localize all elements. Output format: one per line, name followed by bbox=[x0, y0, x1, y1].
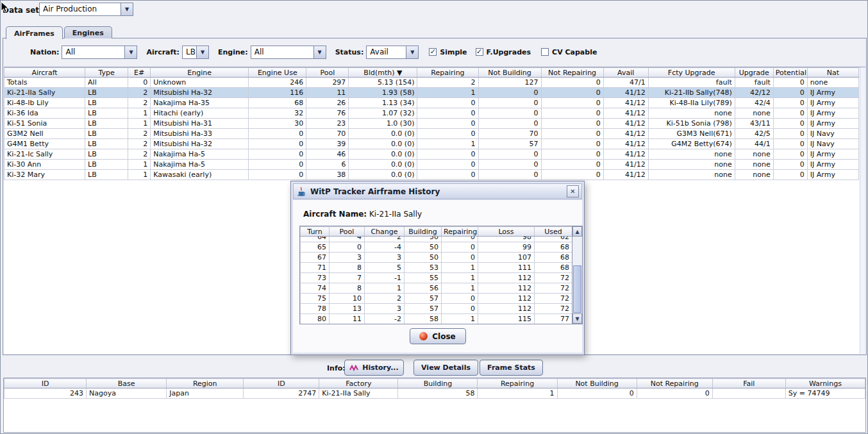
cell[interactable]: 41/12 bbox=[603, 108, 648, 119]
table-row[interactable]: 673350010768 bbox=[301, 253, 572, 263]
cell[interactable]: Ki-51 Sonia bbox=[4, 119, 85, 129]
cell[interactable]: Kawasaki (early) bbox=[151, 170, 249, 180]
cell[interactable]: LB bbox=[85, 170, 128, 180]
dialog-titlebar[interactable]: WitP Tracker Airframe History ✕ bbox=[293, 183, 582, 199]
cell[interactable]: 65 bbox=[301, 242, 330, 253]
cell[interactable]: 0 bbox=[773, 119, 807, 129]
column-header[interactable]: Engine bbox=[151, 68, 249, 78]
aircraft-select[interactable]: LB ▼ bbox=[182, 46, 209, 59]
cell[interactable]: 115 bbox=[478, 314, 535, 324]
cell[interactable]: 0 bbox=[478, 108, 541, 119]
cell[interactable]: 0 bbox=[417, 119, 478, 129]
cell[interactable]: 41/12 bbox=[603, 129, 648, 139]
cell[interactable]: 0.0 (0) bbox=[349, 139, 417, 149]
cell[interactable]: 58 bbox=[398, 388, 478, 399]
cell[interactable]: 1 bbox=[417, 139, 478, 149]
history-vertical-scrollbar[interactable]: ▲ ▼ bbox=[572, 226, 582, 324]
column-header[interactable]: Pool bbox=[306, 68, 349, 78]
column-header[interactable]: Not Repairing bbox=[637, 379, 712, 388]
column-header[interactable]: Building bbox=[398, 379, 478, 388]
tab-airframes[interactable]: AirFrames bbox=[6, 26, 63, 39]
cell[interactable]: 0 bbox=[637, 388, 712, 399]
cell[interactable]: 0 bbox=[773, 78, 807, 88]
cell[interactable]: 75 bbox=[301, 294, 330, 304]
cell[interactable]: 0 bbox=[417, 170, 478, 180]
cell[interactable]: G3M3 Nell(671) bbox=[648, 129, 735, 139]
cell[interactable]: 0 bbox=[249, 139, 306, 149]
column-header[interactable]: Building bbox=[405, 227, 442, 237]
cell[interactable]: 72 bbox=[535, 273, 572, 283]
cell[interactable]: Hitachi (early) bbox=[151, 108, 249, 119]
cell[interactable]: 3 bbox=[365, 304, 405, 314]
cell[interactable]: 68 bbox=[535, 242, 572, 253]
cell[interactable]: Ki-21-IIa Sally bbox=[319, 388, 398, 399]
cell[interactable]: 5 bbox=[365, 263, 405, 273]
cell[interactable]: 0 bbox=[541, 88, 603, 98]
cell[interactable]: -1 bbox=[365, 273, 405, 283]
cell[interactable]: All bbox=[85, 78, 128, 88]
table-row[interactable]: Ki-21-Ic SallyLB2Nakajima Ha-50460.0 (0)… bbox=[4, 149, 859, 160]
column-header[interactable]: ID bbox=[4, 379, 87, 388]
cell[interactable]: 0 bbox=[442, 294, 478, 304]
cell[interactable]: -2 bbox=[365, 314, 405, 324]
cell[interactable]: 1 bbox=[442, 273, 478, 283]
cell[interactable]: Nagoya bbox=[87, 388, 167, 399]
cell[interactable]: 11 bbox=[330, 314, 365, 324]
cell[interactable]: 11 bbox=[306, 88, 349, 98]
cell[interactable]: IJ Army bbox=[807, 119, 858, 129]
cell[interactable]: 1 bbox=[417, 88, 478, 98]
cell[interactable]: Ki-36 Ida bbox=[4, 108, 85, 119]
cell[interactable]: 3 bbox=[365, 253, 405, 263]
cell[interactable]: Mitsubishi Ha-31 bbox=[151, 119, 249, 129]
cell[interactable]: 0 bbox=[541, 170, 603, 180]
cell[interactable]: 38 bbox=[306, 170, 349, 180]
column-header[interactable]: E# bbox=[128, 68, 151, 78]
column-header[interactable]: Type bbox=[85, 68, 128, 78]
table-row[interactable]: 7510257011272 bbox=[301, 294, 572, 304]
cell[interactable]: 39 bbox=[306, 139, 349, 149]
cell[interactable]: 0 bbox=[249, 129, 306, 139]
cell[interactable]: 0 bbox=[442, 242, 478, 253]
cell[interactable]: 70 bbox=[478, 129, 541, 139]
table-row[interactable]: 748156111272 bbox=[301, 283, 572, 294]
scrollbar-thumb[interactable] bbox=[573, 265, 581, 313]
column-header[interactable]: Nat bbox=[807, 68, 858, 78]
column-header[interactable]: Fcty Upgrade bbox=[648, 68, 735, 78]
cell[interactable]: 0 bbox=[417, 160, 478, 170]
table-row[interactable]: 64425009862 bbox=[301, 237, 572, 242]
cell[interactable]: 111 bbox=[478, 263, 535, 273]
table-row[interactable]: TotalsAll0Unknown2462975.13 (154)2127047… bbox=[4, 78, 859, 88]
cell[interactable]: 1 bbox=[442, 283, 478, 294]
column-header[interactable]: Repairing bbox=[442, 227, 478, 237]
chevron-down-icon[interactable]: ▼ bbox=[406, 46, 418, 58]
table-row[interactable]: G4M1 BettyLB2Mitsubishi Ha-320390.0 (0)1… bbox=[4, 139, 859, 149]
cell[interactable]: 112 bbox=[478, 304, 535, 314]
cell[interactable]: Ki-21-IIa Sally bbox=[4, 88, 85, 98]
column-header[interactable]: Engine Use bbox=[249, 68, 306, 78]
cell[interactable]: 1 bbox=[128, 108, 151, 119]
cell[interactable]: 0 bbox=[249, 149, 306, 160]
cell[interactable]: 62 bbox=[535, 237, 572, 242]
cell[interactable]: 8 bbox=[330, 283, 365, 294]
cell[interactable]: 71 bbox=[301, 263, 330, 273]
cell[interactable]: Mitsubishi Ha-32 bbox=[151, 139, 249, 149]
cell[interactable]: 1 bbox=[365, 283, 405, 294]
cell[interactable]: 297 bbox=[306, 78, 349, 88]
cell[interactable]: 1.93 (58) bbox=[349, 88, 417, 98]
table-row[interactable]: 650-45009968 bbox=[301, 242, 572, 253]
cell[interactable]: 32 bbox=[249, 108, 306, 119]
cell[interactable]: 0 bbox=[773, 139, 807, 149]
cell[interactable]: Mitsubishi Ha-32 bbox=[151, 88, 249, 98]
cell[interactable]: 72 bbox=[535, 304, 572, 314]
cell[interactable]: 4 bbox=[330, 237, 365, 242]
column-header[interactable]: Avail bbox=[603, 68, 648, 78]
cell[interactable]: 42/5 bbox=[735, 129, 773, 139]
cell[interactable]: 30 bbox=[249, 119, 306, 129]
cell[interactable]: 2 bbox=[128, 88, 151, 98]
cell[interactable]: 1 bbox=[128, 170, 151, 180]
cell[interactable]: none bbox=[648, 149, 735, 160]
cell[interactable]: 41/12 bbox=[603, 170, 648, 180]
cell[interactable]: 2 bbox=[417, 78, 478, 88]
cell[interactable]: 0 bbox=[541, 78, 603, 88]
cell[interactable]: IJ Army bbox=[807, 108, 858, 119]
